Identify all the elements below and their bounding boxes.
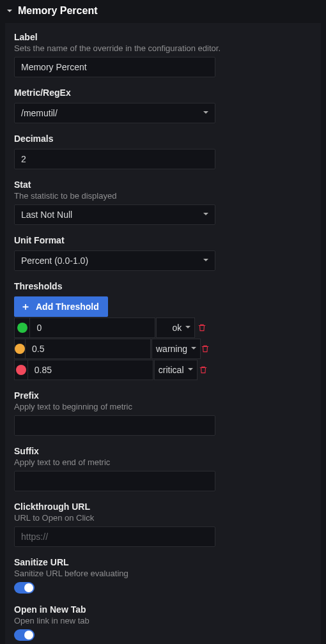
- threshold-delete-button[interactable]: [201, 339, 210, 359]
- thresholds-heading: Thresholds: [14, 281, 313, 291]
- sanitize-desc: Sanitize URL before evaluating: [14, 569, 313, 578]
- add-threshold-button[interactable]: ＋ Add Threshold: [14, 296, 108, 317]
- newtab-toggle[interactable]: [14, 629, 35, 641]
- field-label: Label Sets the name of the override in t…: [14, 32, 313, 77]
- field-sanitize: Sanitize URL Sanitize URL before evaluat…: [14, 557, 313, 595]
- chevron-down-icon: [5, 8, 14, 14]
- stat-heading: Stat: [14, 180, 313, 190]
- field-metric: Metric/RegEx /memutil/: [14, 88, 313, 123]
- field-clickthrough: Clickthrough URL URL to Open on Click: [14, 502, 313, 547]
- threshold-state-select[interactable]: warning: [151, 339, 201, 359]
- decimals-heading: Decimals: [14, 134, 313, 144]
- threshold-value-input[interactable]: [30, 318, 155, 338]
- stat-select[interactable]: Last Not Null: [14, 204, 215, 225]
- sanitize-heading: Sanitize URL: [14, 557, 313, 567]
- newtab-desc: Open link in new tab: [14, 616, 313, 625]
- threshold-color-swatch[interactable]: [14, 360, 28, 380]
- sanitize-toggle[interactable]: [14, 582, 35, 594]
- plus-icon: ＋: [20, 302, 31, 312]
- label-desc: Sets the name of the override in the con…: [14, 43, 313, 53]
- metric-heading: Metric/RegEx: [14, 88, 313, 98]
- suffix-heading: Suffix: [14, 446, 313, 456]
- clickthrough-desc: URL to Open on Click: [14, 513, 313, 523]
- threshold-color-swatch[interactable]: [14, 339, 26, 359]
- unit-select[interactable]: Percent (0.0-1.0): [14, 250, 215, 271]
- metric-select[interactable]: /memutil/: [14, 103, 215, 123]
- label-input[interactable]: [14, 57, 215, 77]
- panel-header[interactable]: Memory Percent: [0, 0, 326, 23]
- unit-value: Percent (0.0-1.0): [21, 256, 88, 266]
- clickthrough-heading: Clickthrough URL: [14, 502, 313, 512]
- field-stat: Stat The statistic to be displayed Last …: [14, 180, 313, 225]
- suffix-input[interactable]: [14, 471, 215, 491]
- field-suffix: Suffix Apply text to end of metric: [14, 446, 313, 491]
- field-decimals: Decimals: [14, 134, 313, 169]
- metric-value: /memutil/: [21, 108, 58, 118]
- threshold-value-input[interactable]: [28, 360, 153, 380]
- newtab-heading: Open in New Tab: [14, 604, 313, 615]
- threshold-row: warning: [14, 339, 209, 359]
- stat-desc: The statistic to be displayed: [14, 191, 313, 201]
- threshold-state-select[interactable]: ok: [156, 318, 195, 338]
- unit-heading: Unit Format: [14, 235, 313, 245]
- prefix-desc: Apply text to beginning of metric: [14, 402, 313, 411]
- threshold-row: critical: [14, 360, 209, 380]
- field-newtab: Open in New Tab Open link in new tab: [14, 604, 313, 643]
- override-panel: Memory Percent Label Sets the name of th…: [0, 0, 326, 644]
- suffix-desc: Apply text to end of metric: [14, 457, 313, 467]
- threshold-row: ok: [14, 318, 209, 338]
- decimals-input[interactable]: [14, 149, 215, 169]
- clickthrough-input[interactable]: [14, 526, 215, 547]
- add-threshold-label: Add Threshold: [36, 302, 99, 312]
- threshold-delete-button[interactable]: [198, 360, 210, 380]
- prefix-input[interactable]: [14, 415, 215, 436]
- stat-value: Last Not Null: [21, 210, 72, 220]
- field-prefix: Prefix Apply text to beginning of metric: [14, 390, 313, 436]
- threshold-state-select[interactable]: critical: [154, 360, 198, 380]
- prefix-heading: Prefix: [14, 390, 313, 401]
- panel-title: Memory Percent: [18, 5, 98, 17]
- threshold-color-swatch[interactable]: [14, 318, 30, 338]
- threshold-value-input[interactable]: [26, 339, 151, 359]
- threshold-delete-button[interactable]: [195, 318, 209, 338]
- field-thresholds: Thresholds ＋ Add Threshold okwarningcrit…: [14, 281, 313, 380]
- panel-body: Label Sets the name of the override in t…: [5, 23, 321, 644]
- thresholds-list: okwarningcritical: [14, 318, 209, 380]
- field-unit: Unit Format Percent (0.0-1.0): [14, 235, 313, 271]
- label-heading: Label: [14, 32, 313, 42]
